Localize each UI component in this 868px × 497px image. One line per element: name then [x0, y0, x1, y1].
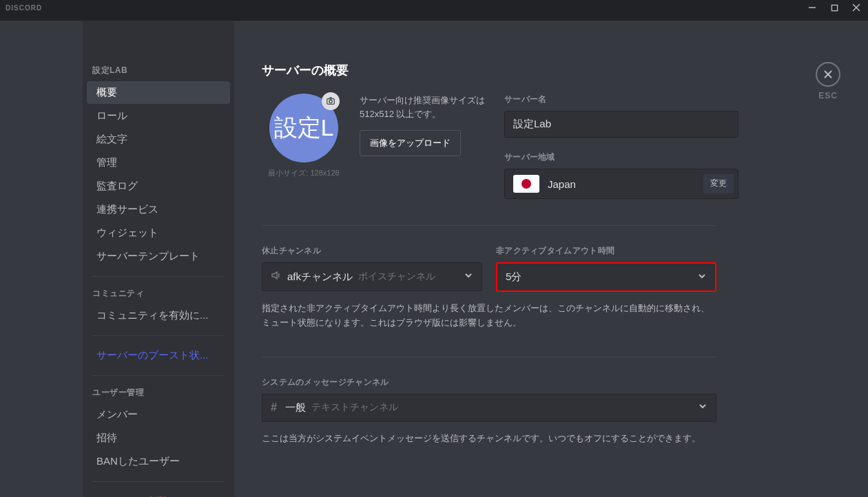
upload-column: サーバー向け推奨画像サイズは512x512 以上です。 画像をアップロード	[360, 94, 490, 199]
maximize-button[interactable]	[825, 0, 843, 15]
avatar-initials: 設定L	[274, 112, 334, 144]
sidebar-item-overview[interactable]: 概要	[87, 81, 230, 104]
chrome-strip	[0, 15, 868, 21]
timeout-col: 非アクティブタイムアウト時間 5分	[496, 245, 716, 292]
sidebar-item-members[interactable]: メンバー	[87, 403, 230, 426]
section-divider	[262, 357, 716, 357]
settings-sidebar: 設定LAB 概要 ロール 絵文字 管理 監査ログ 連携サービス ウィジェット サ…	[83, 21, 234, 497]
system-channel-label: システムのメッセージチャンネル	[262, 377, 840, 388]
system-channel-select[interactable]: # 一般 テキストチャンネル	[262, 394, 716, 422]
esc-label: ESC	[816, 91, 840, 101]
sidebar-item-audit[interactable]: 監査ログ	[87, 175, 230, 198]
sidebar-item-invites[interactable]: 招待	[87, 427, 230, 450]
afk-description: 指定された非アクティブタイムアウト時間より長く放置したメンバーは、このチャンネル…	[262, 302, 716, 330]
server-region-label: サーバー地域	[504, 151, 738, 163]
sidebar-item-community[interactable]: コミュニティを有効に...	[87, 304, 230, 327]
server-avatar[interactable]: 設定L	[269, 94, 338, 162]
sidebar-item-bans[interactable]: BANしたユーザー	[87, 450, 230, 473]
svg-point-7	[329, 100, 332, 103]
speaker-icon	[271, 270, 282, 284]
minimize-button[interactable]	[803, 0, 821, 15]
sidebar-item-template[interactable]: サーバーテンプレート	[87, 245, 230, 268]
page-title: サーバーの概要	[262, 62, 840, 78]
afk-channel-select[interactable]: afkチャンネル ボイスチャンネル	[262, 262, 482, 291]
sidebar-divider	[92, 276, 225, 277]
system-channel-description: ここは当方がシステムイベントメッセージを送信するチャンネルです。いつでもオフにす…	[262, 432, 716, 446]
sidebar-header-server: 設定LAB	[83, 62, 234, 81]
server-region-select[interactable]: Japan 変更	[504, 169, 738, 199]
afk-row: 休止チャンネル afkチャンネル ボイスチャンネル 非アクティブタイムアウト時間…	[262, 245, 716, 292]
afk-channel-label: 休止チャンネル	[262, 245, 482, 257]
server-name-label: サーバー名	[504, 94, 738, 105]
chevron-down-icon	[464, 271, 473, 283]
close-icon	[816, 62, 840, 87]
svg-rect-1	[831, 5, 837, 10]
titlebar: DISCORD	[0, 0, 868, 15]
afk-channel-hint: ボイスチャンネル	[358, 271, 435, 283]
size-hint: サーバー向け推奨画像サイズは512x512 以上です。	[360, 94, 490, 120]
afk-channel-col: 休止チャンネル afkチャンネル ボイスチャンネル	[262, 245, 482, 292]
sidebar-item-boost[interactable]: サーバーのブースト状...	[87, 344, 230, 367]
fields-column: サーバー名 サーバー地域 Japan 変更	[504, 94, 738, 199]
system-channel-value: 一般	[285, 401, 306, 414]
region-value: Japan	[548, 178, 699, 190]
content: ESC サーバーの概要 設定L 最小サイズ: 128x128 サーバー向け推奨画…	[234, 21, 868, 497]
sidebar-item-moderation[interactable]: 管理	[87, 151, 230, 174]
window-controls	[803, 0, 865, 15]
sidebar-item-integrations[interactable]: 連携サービス	[87, 198, 230, 221]
timeout-select[interactable]: 5分	[496, 262, 716, 292]
afk-channel-value: afkチャンネル	[287, 271, 353, 284]
change-region-button[interactable]: 変更	[703, 174, 734, 193]
timeout-label: 非アクティブタイムアウト時間	[496, 245, 716, 257]
app-brand: DISCORD	[6, 4, 42, 12]
close-settings-button[interactable]: ESC	[816, 62, 840, 101]
sidebar-divider	[92, 335, 225, 336]
app: 設定LAB 概要 ロール 絵文字 管理 監査ログ 連携サービス ウィジェット サ…	[0, 21, 868, 497]
avatar-column: 設定L 最小サイズ: 128x128	[262, 94, 346, 199]
japan-flag-icon	[513, 175, 539, 193]
overview-row: 設定L 最小サイズ: 128x128 サーバー向け推奨画像サイズは512x512…	[262, 94, 840, 199]
sidebar-item-roles[interactable]: ロール	[87, 105, 230, 127]
left-gutter	[0, 21, 83, 497]
sidebar-item-widget[interactable]: ウィジェット	[87, 222, 230, 244]
sidebar-item-delete[interactable]: サーバーを削除	[87, 490, 230, 497]
sidebar-divider	[92, 481, 225, 482]
server-name-input[interactable]	[504, 111, 738, 138]
sidebar-header-users: ユーザー管理	[83, 384, 234, 403]
sidebar-header-community: コミュニティ	[83, 285, 234, 304]
sidebar-divider	[92, 375, 225, 376]
system-channel-hint: テキストチャンネル	[311, 401, 398, 414]
upload-icon	[322, 92, 340, 110]
hash-icon: #	[271, 401, 277, 414]
sidebar-item-emoji[interactable]: 絵文字	[87, 128, 230, 151]
chevron-down-icon	[698, 401, 707, 414]
min-size-label: 最小サイズ: 128x128	[262, 168, 346, 178]
chevron-down-icon	[697, 271, 707, 284]
section-divider	[262, 225, 716, 226]
upload-image-button[interactable]: 画像をアップロード	[360, 130, 461, 156]
close-button[interactable]	[847, 0, 865, 15]
timeout-value: 5分	[506, 271, 521, 284]
